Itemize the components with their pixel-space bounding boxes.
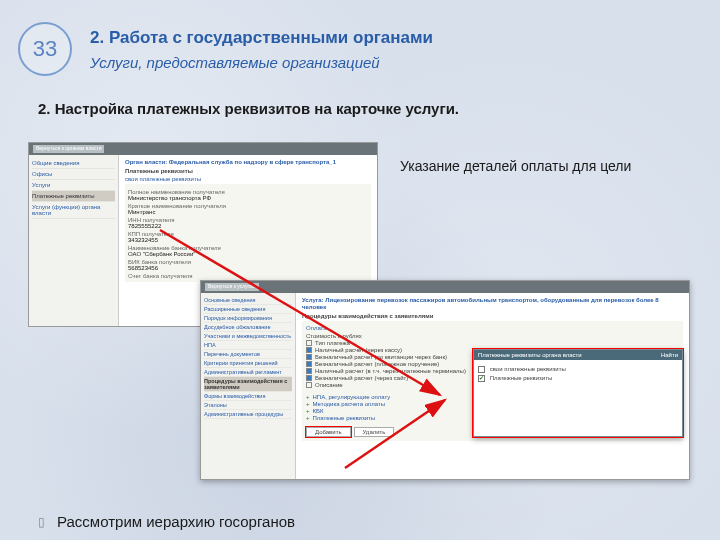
checkbox-icon[interactable] — [478, 375, 485, 382]
delete-button[interactable]: Удалить — [354, 427, 395, 437]
sidebar-item[interactable]: Формы взаимодействия — [204, 392, 292, 401]
field-value: Министерство транспорта РФ — [128, 195, 368, 201]
window-toolbar: Вернуться к услугам — [201, 281, 689, 293]
sidebar-item-selected[interactable]: Процедуры взаимодействия с заявителями — [204, 377, 292, 392]
sidebar-item[interactable]: Порядок информирования — [204, 314, 292, 323]
screenshot-procedures: Вернуться к услугам Основные сведения Ра… — [200, 280, 690, 480]
add-icon[interactable]: + — [306, 401, 310, 407]
main-panel: Услуга: Лицензирование перевозок пассажи… — [296, 293, 689, 479]
check-label: Тип платежа — [315, 340, 350, 346]
back-button[interactable]: Вернуться к органам власти — [33, 145, 104, 153]
popup-search[interactable]: Найти — [661, 352, 678, 358]
subsection-link[interactable]: свои платежные реквизиты — [125, 176, 371, 182]
check-label: Безналичный расчет (по квитанции через б… — [315, 354, 447, 360]
section-title: Процедуры взаимодействия с заявителями — [302, 313, 683, 319]
sidebar-item[interactable]: НПА — [204, 341, 292, 350]
section-heading: 2. Настройка платежных реквизитов на кар… — [38, 100, 459, 117]
popup-option[interactable]: свои платежные реквизиты — [478, 366, 678, 373]
checkbox-icon[interactable] — [306, 375, 312, 381]
checkbox-icon[interactable] — [306, 382, 312, 388]
add-icon[interactable]: + — [306, 408, 310, 414]
subsection-title: Оплата — [306, 325, 679, 331]
titles: 2. Работа с государственными органами Ус… — [90, 28, 433, 71]
check-label: Описание — [315, 382, 343, 388]
window-toolbar: Вернуться к органам власти — [29, 143, 377, 155]
field-value: 7825555222 — [128, 223, 368, 229]
sidebar-item[interactable]: Административный регламент — [204, 368, 292, 377]
sidebar-item[interactable]: Общие сведения — [32, 158, 115, 169]
back-button[interactable]: Вернуться к услугам — [205, 283, 259, 291]
add-link[interactable]: КБК — [313, 408, 324, 414]
sidebar-item[interactable]: Участники и межведомственность — [204, 332, 292, 341]
slide-header: 33 2. Работа с государственными органами… — [18, 28, 433, 76]
sidebar-item[interactable]: Критерии принятия решений — [204, 359, 292, 368]
checkbox-icon[interactable] — [306, 347, 312, 353]
section-title: Платежные реквизиты — [125, 168, 371, 174]
bullet-icon: ▯ — [38, 515, 45, 529]
add-link[interactable]: Платежные реквизиты — [313, 415, 376, 421]
sidebar-item[interactable]: Офисы — [32, 169, 115, 180]
slide-title: 2. Работа с государственными органами — [90, 28, 433, 48]
footer-bullet: ▯ Рассмотрим иерархию госорганов — [38, 513, 295, 530]
popup-option-label: свои платежные реквизиты — [490, 366, 566, 372]
footer-text: Рассмотрим иерархию госорганов — [57, 513, 295, 530]
field-value: Минтранс — [128, 209, 368, 215]
popup-header: Платежные реквизиты органа власти Найти — [474, 350, 682, 360]
check-label: Наличный расчет (в т.ч. через платежные … — [315, 368, 466, 374]
checkbox-icon[interactable] — [306, 368, 312, 374]
check-row: Тип платежа — [306, 340, 679, 346]
checkbox-icon[interactable] — [306, 340, 312, 346]
field-value: 568523456 — [128, 265, 368, 271]
popup-option[interactable]: Платежные реквизиты — [478, 375, 678, 382]
sidebar-item[interactable]: Основные сведения — [204, 296, 292, 305]
sidebar-item[interactable]: Эталоны — [204, 401, 292, 410]
popup-option-label: Платежные реквизиты — [490, 375, 553, 381]
service-title: Услуга: Лицензирование перевозок пассажи… — [302, 297, 683, 311]
popup-title: Платежные реквизиты органа власти — [478, 352, 582, 358]
checkbox-icon[interactable] — [306, 354, 312, 360]
sidebar-item[interactable]: Услуги (функции) органа власти — [32, 202, 115, 219]
field-value: 343232455 — [128, 237, 368, 243]
add-icon[interactable]: + — [306, 415, 310, 421]
popup-body: свои платежные реквизиты Платежные рекви… — [474, 360, 682, 388]
fields-block: Полное наименование получателя Министерс… — [125, 184, 371, 282]
field-value: ОАО "Сбербанк России" — [128, 251, 368, 257]
sidebar-item[interactable]: Услуги — [32, 180, 115, 191]
org-title: Орган власти: Федеральная служба по надз… — [125, 159, 371, 165]
check-label: Безналичный расчет (через сайт) — [315, 375, 408, 381]
sidebar-item-selected[interactable]: Платежные реквизиты — [32, 191, 115, 202]
sidebar-item[interactable]: Перечень документов — [204, 350, 292, 359]
sidebar-item[interactable]: Расширенные сведения — [204, 305, 292, 314]
add-link[interactable]: НПА, регулирующие оплату — [313, 394, 391, 400]
add-link[interactable]: Методика расчета оплаты — [313, 401, 386, 407]
check-label: Наличный расчет (через кассу) — [315, 347, 402, 353]
add-icon[interactable]: + — [306, 394, 310, 400]
payment-requisites-popup: Платежные реквизиты органа власти Найти … — [473, 349, 683, 437]
sidebar-item[interactable]: Досудебное обжалование — [204, 323, 292, 332]
slide-number-badge: 33 — [18, 22, 72, 76]
sidebar-item[interactable]: Административные процедуры — [204, 410, 292, 419]
add-button[interactable]: Добавить — [306, 427, 351, 437]
caption-text: Указание деталей оплаты для цели — [400, 158, 631, 174]
field-label: Счет банка получателя — [128, 273, 368, 279]
checkbox-icon[interactable] — [306, 361, 312, 367]
sidebar: Общие сведения Офисы Услуги Платежные ре… — [29, 155, 119, 326]
slide-subtitle: Услуги, предоставляемые организацией — [90, 54, 433, 71]
checkbox-icon[interactable] — [478, 366, 485, 373]
sidebar: Основные сведения Расширенные сведения П… — [201, 293, 296, 479]
slide-number: 33 — [33, 36, 57, 62]
cost-label: Стоимость в рублях — [306, 333, 679, 339]
check-label: Безналичный расчет (платежное поручение) — [315, 361, 439, 367]
